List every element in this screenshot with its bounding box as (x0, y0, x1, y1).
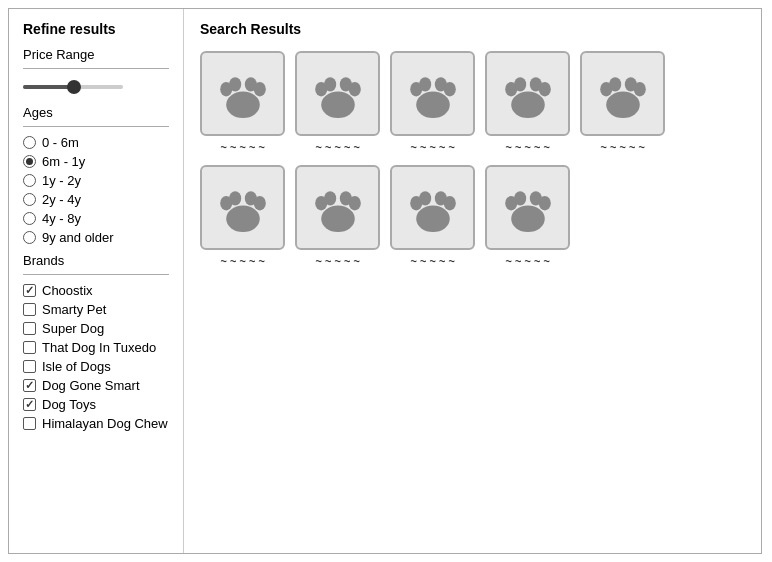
svg-point-40 (511, 205, 545, 231)
sidebar: Refine results Price Range Ages 0 - 6m6m… (9, 9, 184, 553)
svg-point-34 (348, 196, 360, 210)
checkbox-input[interactable] (23, 379, 36, 392)
svg-point-37 (419, 191, 431, 205)
product-card[interactable]: ~ ~ ~ ~ ~ (485, 51, 570, 153)
svg-point-5 (321, 91, 355, 117)
price-range-slider[interactable] (23, 77, 169, 97)
brand-checkbox-item[interactable]: Himalayan Dog Chew (23, 416, 169, 431)
svg-point-19 (538, 82, 550, 96)
brand-checkbox-item[interactable]: Isle of Dogs (23, 359, 169, 374)
brand-checkbox-item[interactable]: Super Dog (23, 321, 169, 336)
checkbox-input[interactable] (23, 398, 36, 411)
checkbox-label: Choostix (42, 283, 93, 298)
app-container: Refine results Price Range Ages 0 - 6m6m… (8, 8, 762, 554)
svg-point-25 (226, 205, 260, 231)
svg-point-29 (253, 196, 265, 210)
product-image (390, 51, 475, 136)
price-range-divider (23, 68, 169, 69)
radio-label: 4y - 8y (42, 211, 81, 226)
checkbox-input[interactable] (23, 284, 36, 297)
svg-point-20 (606, 91, 640, 117)
radio-input[interactable] (23, 212, 36, 225)
svg-point-22 (609, 77, 621, 91)
product-name: ~ ~ ~ ~ ~ (600, 141, 644, 153)
checkbox-input[interactable] (23, 341, 36, 354)
sidebar-title: Refine results (23, 21, 169, 37)
product-name: ~ ~ ~ ~ ~ (220, 141, 264, 153)
radio-input[interactable] (23, 136, 36, 149)
age-radio-item[interactable]: 9y and older (23, 230, 169, 245)
age-radio-item[interactable]: 2y - 4y (23, 192, 169, 207)
main-content: Search Results ~ ~ ~ ~ ~ ~ ~ ~ ~ ~ (184, 9, 761, 553)
svg-point-24 (633, 82, 645, 96)
product-card[interactable]: ~ ~ ~ ~ ~ (200, 165, 285, 267)
checkbox-label: That Dog In Tuxedo (42, 340, 156, 355)
product-name: ~ ~ ~ ~ ~ (410, 141, 454, 153)
checkbox-input[interactable] (23, 360, 36, 373)
product-card[interactable]: ~ ~ ~ ~ ~ (390, 51, 475, 153)
product-name: ~ ~ ~ ~ ~ (505, 255, 549, 267)
checkbox-input[interactable] (23, 322, 36, 335)
results-title: Search Results (200, 21, 745, 37)
product-image (485, 51, 570, 136)
svg-point-39 (443, 196, 455, 210)
ages-divider (23, 126, 169, 127)
radio-label: 9y and older (42, 230, 114, 245)
checkbox-label: Smarty Pet (42, 302, 106, 317)
product-image (295, 51, 380, 136)
radio-label: 0 - 6m (42, 135, 79, 150)
ages-label: Ages (23, 105, 169, 120)
svg-point-42 (514, 191, 526, 205)
price-range-label: Price Range (23, 47, 169, 62)
age-radio-item[interactable]: 4y - 8y (23, 211, 169, 226)
slider-track (23, 85, 123, 89)
age-radio-item[interactable]: 1y - 2y (23, 173, 169, 188)
checkbox-input[interactable] (23, 303, 36, 316)
checkbox-label: Super Dog (42, 321, 104, 336)
product-card[interactable]: ~ ~ ~ ~ ~ (580, 51, 665, 153)
product-card[interactable]: ~ ~ ~ ~ ~ (295, 51, 380, 153)
checkbox-input[interactable] (23, 417, 36, 430)
product-image (200, 165, 285, 250)
radio-label: 2y - 4y (42, 192, 81, 207)
product-name: ~ ~ ~ ~ ~ (220, 255, 264, 267)
radio-input[interactable] (23, 155, 36, 168)
slider-thumb[interactable] (67, 80, 81, 94)
radio-input[interactable] (23, 193, 36, 206)
product-image (580, 51, 665, 136)
product-image (390, 165, 475, 250)
brands-divider (23, 274, 169, 275)
svg-point-10 (416, 91, 450, 117)
radio-input[interactable] (23, 231, 36, 244)
products-row-2: ~ ~ ~ ~ ~ ~ ~ ~ ~ ~ ~ ~ ~ ~ ~ ~ ~ ~ ~ ~ (200, 165, 745, 267)
brand-checkbox-item[interactable]: Choostix (23, 283, 169, 298)
checkbox-label: Himalayan Dog Chew (42, 416, 168, 431)
checkbox-label: Dog Toys (42, 397, 96, 412)
svg-point-14 (443, 82, 455, 96)
product-card[interactable]: ~ ~ ~ ~ ~ (295, 165, 380, 267)
brand-checkbox-item[interactable]: Smarty Pet (23, 302, 169, 317)
age-radio-item[interactable]: 0 - 6m (23, 135, 169, 150)
svg-point-7 (324, 77, 336, 91)
brands-group: ChoostixSmarty PetSuper DogThat Dog In T… (23, 283, 169, 431)
brand-checkbox-item[interactable]: Dog Toys (23, 397, 169, 412)
product-name: ~ ~ ~ ~ ~ (315, 141, 359, 153)
product-card[interactable]: ~ ~ ~ ~ ~ (485, 165, 570, 267)
radio-input[interactable] (23, 174, 36, 187)
ages-group: 0 - 6m6m - 1y1y - 2y2y - 4y4y - 8y9y and… (23, 135, 169, 245)
svg-point-30 (321, 205, 355, 231)
product-card[interactable]: ~ ~ ~ ~ ~ (200, 51, 285, 153)
svg-point-12 (419, 77, 431, 91)
svg-point-32 (324, 191, 336, 205)
brand-checkbox-item[interactable]: Dog Gone Smart (23, 378, 169, 393)
product-image (200, 51, 285, 136)
product-name: ~ ~ ~ ~ ~ (410, 255, 454, 267)
radio-label: 6m - 1y (42, 154, 85, 169)
product-card[interactable]: ~ ~ ~ ~ ~ (390, 165, 475, 267)
brand-checkbox-item[interactable]: That Dog In Tuxedo (23, 340, 169, 355)
svg-point-4 (253, 82, 265, 96)
age-radio-item[interactable]: 6m - 1y (23, 154, 169, 169)
product-name: ~ ~ ~ ~ ~ (505, 141, 549, 153)
svg-point-17 (514, 77, 526, 91)
svg-point-27 (229, 191, 241, 205)
